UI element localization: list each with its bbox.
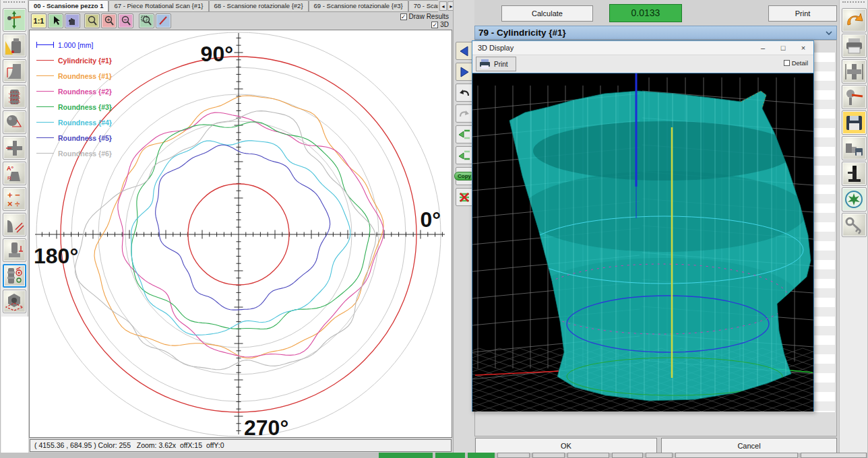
insert-after-button[interactable] xyxy=(456,146,473,164)
legend-label: Roundness {#4} xyxy=(58,119,112,127)
3d-window-toolbar: Print Detail xyxy=(472,55,813,73)
taskbar-segment[interactable] xyxy=(567,453,609,458)
license-key-button[interactable] xyxy=(842,213,867,237)
3d-display-window: 3D Display – □ × Print Detail xyxy=(472,40,814,412)
three-d-label: 3D xyxy=(440,21,449,28)
taskbar-segment[interactable] xyxy=(532,453,565,458)
legend-line-swatch xyxy=(36,60,54,61)
legend-entry-3: Roundness {#3} xyxy=(36,99,112,115)
part-dimensions-button[interactable] xyxy=(842,59,867,84)
print-button[interactable] xyxy=(842,34,867,58)
taskbar-segment[interactable] xyxy=(497,453,530,458)
toolbar-grip[interactable] xyxy=(3,1,25,6)
taskbar-segment[interactable] xyxy=(379,453,433,458)
taskbar-segment[interactable] xyxy=(435,453,465,458)
tab-4[interactable]: 70 - Scansione rotazionale {#4} xyxy=(408,0,438,11)
legend-line-swatch xyxy=(36,153,54,154)
printer-icon xyxy=(479,59,491,69)
angle-label: 90° xyxy=(201,42,233,66)
checkbox-check-icon: ✓ xyxy=(400,13,407,20)
toolbar-grip[interactable] xyxy=(842,1,865,6)
legend-line-swatch xyxy=(36,75,54,76)
minimize-icon[interactable]: – xyxy=(753,41,773,55)
3d-viewport[interactable] xyxy=(472,73,813,411)
undo-change-button[interactable] xyxy=(842,8,867,32)
tool-probe-alignment-button[interactable] xyxy=(3,8,26,32)
calculate-button[interactable]: Calculate xyxy=(501,5,593,22)
close-icon[interactable]: × xyxy=(793,41,813,55)
detail-checkbox[interactable]: Detail xyxy=(784,59,808,67)
delete-button[interactable] xyxy=(456,188,473,206)
3d-print-button[interactable]: Print xyxy=(476,57,516,71)
tool-sphere-measure-button[interactable] xyxy=(3,110,26,134)
scale-1-1-button[interactable]: 1:1 xyxy=(31,13,46,28)
3d-print-label: Print xyxy=(494,61,508,68)
tab-3[interactable]: 69 - Scansione rotazionale {#3} xyxy=(309,0,408,11)
3d-scene xyxy=(472,73,813,412)
checkbox-check-icon: ✓ xyxy=(431,22,438,28)
plot-panel: 00 - Scansione pezzo 167 - Piece Rotatio… xyxy=(28,0,453,453)
save-part-button[interactable] xyxy=(842,136,867,160)
legend-line-swatch xyxy=(36,91,54,92)
detail-label: Detail xyxy=(792,59,808,67)
cursor-arrow-button[interactable] xyxy=(48,13,63,28)
zoom-in-button[interactable]: + xyxy=(101,13,117,28)
taskbar-segment[interactable] xyxy=(612,453,643,458)
tool-cross-measure-button[interactable] xyxy=(3,136,26,160)
copy-button[interactable]: Copy xyxy=(456,167,473,185)
tab-scroll-left-icon[interactable]: ◄ xyxy=(439,1,447,11)
back-button[interactable] xyxy=(456,42,473,60)
maximize-icon[interactable]: □ xyxy=(773,41,793,55)
tool-math-operations-button[interactable]: + −× ÷ xyxy=(3,187,26,211)
cancel-button[interactable]: Cancel xyxy=(661,438,837,453)
legend-label: Cylindricity {#1} xyxy=(58,57,112,65)
plot-legend: 1.000 [mm]Cylindricity {#1}Roundness {#1… xyxy=(36,37,112,161)
tool-line-measure-button[interactable] xyxy=(3,213,26,236)
tool-rotational-scan-button[interactable] xyxy=(3,264,26,288)
tool-piece-setup-button[interactable] xyxy=(3,34,26,57)
zoom-region-button[interactable] xyxy=(139,13,154,28)
svg-text:+: + xyxy=(107,17,111,23)
insert-before-button[interactable] xyxy=(456,125,473,143)
taskbar-segment[interactable] xyxy=(675,453,798,458)
right-tool-column xyxy=(839,0,868,458)
legend-label: Roundness {#5} xyxy=(58,134,112,142)
taskbar-segment[interactable] xyxy=(801,453,867,458)
undo-button[interactable] xyxy=(456,84,473,102)
polar-plot-area[interactable]: 90°0°180°270° 1.000 [mm]Cylindricity {#1… xyxy=(29,30,452,438)
ok-button[interactable]: OK xyxy=(475,438,657,453)
zoom-out-button[interactable]: − xyxy=(118,13,133,28)
tool-angle-measure-button[interactable]: A°R xyxy=(3,162,26,185)
tab-2[interactable]: 68 - Scansione rotazionale {#2} xyxy=(209,0,309,11)
taskbar-segment[interactable] xyxy=(646,453,673,458)
legend-label: Roundness {#1} xyxy=(58,72,112,80)
probe-arm-button[interactable] xyxy=(842,85,867,109)
legend-entry-0: Cylindricity {#1} xyxy=(36,53,112,68)
feature-dropdown[interactable]: 79 - Cylindricity {#1} xyxy=(474,26,837,40)
tool-perpendicularity-button[interactable] xyxy=(3,238,26,262)
forward-button[interactable] xyxy=(456,63,473,81)
legend-line-swatch xyxy=(36,122,54,123)
draw-results-checkbox[interactable]: ✓ Draw Results xyxy=(388,13,449,20)
brand-logo-button[interactable] xyxy=(842,187,867,211)
tab-1[interactable]: 67 - Piece Rotational Scan {#1} xyxy=(108,0,208,11)
three-d-checkbox[interactable]: ✓ 3D xyxy=(388,21,449,28)
left-column-blank xyxy=(1,317,28,457)
save-button[interactable] xyxy=(842,110,867,135)
tool-nut-flatness-button[interactable] xyxy=(3,290,26,313)
3d-window-titlebar[interactable]: 3D Display – □ × xyxy=(472,41,813,55)
detail-checkbox-box xyxy=(784,60,790,66)
legend-line-swatch xyxy=(36,106,54,107)
measure-line-button[interactable] xyxy=(156,13,171,28)
legend-entry-4: Roundness {#4} xyxy=(36,115,112,130)
print-button[interactable]: Print xyxy=(768,5,837,22)
legend-line-swatch xyxy=(36,137,54,138)
tool-cylinder-scan-button[interactable] xyxy=(3,85,26,108)
redo-button[interactable] xyxy=(456,104,473,123)
zoom-button[interactable] xyxy=(84,13,100,28)
taskbar-segment[interactable] xyxy=(468,453,495,458)
pan-hand-button[interactable] xyxy=(65,13,80,28)
tab-0[interactable]: 00 - Scansione pezzo 1 xyxy=(28,0,108,11)
tool-profile-measure-button[interactable] xyxy=(3,59,26,83)
fixture-button[interactable] xyxy=(842,162,867,186)
